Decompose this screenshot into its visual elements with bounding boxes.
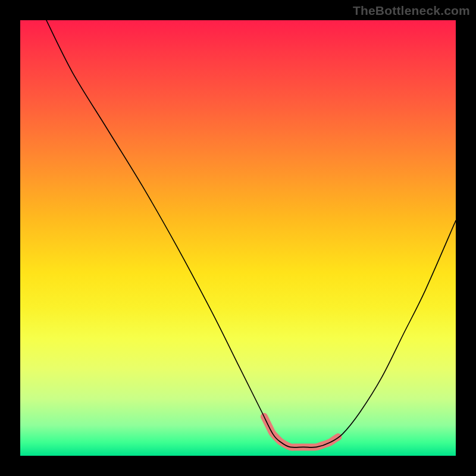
plot-area bbox=[20, 20, 456, 456]
chart-frame: TheBottleneck.com bbox=[0, 0, 476, 476]
highlight-segment-left bbox=[264, 416, 280, 441]
highlight-segment-flat bbox=[280, 441, 322, 447]
watermark-text: TheBottleneck.com bbox=[353, 4, 470, 18]
highlight-segment-right bbox=[322, 437, 338, 445]
bottleneck-curve bbox=[46, 20, 456, 447]
curve-layer bbox=[20, 20, 456, 456]
